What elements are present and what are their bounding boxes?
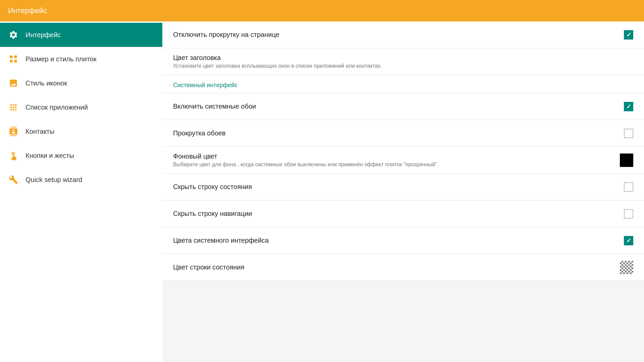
checkbox-disable-scroll-input[interactable] <box>624 30 633 40</box>
checkbox-system-wallpaper-input[interactable] <box>624 102 633 111</box>
sidebar-item-contacts[interactable]: Контакты <box>0 119 162 143</box>
setting-row-header-color[interactable]: Цвет заголовка Установите цвет заголовка… <box>162 48 644 75</box>
gear-icon <box>8 29 19 40</box>
checkbox-system-ui-colors-input[interactable] <box>624 236 633 245</box>
main-layout: Интерфейс Размер и стиль плиток Стиль ик… <box>0 21 644 362</box>
setting-title-hide-statusbar: Скрыть строку состояния <box>173 183 616 191</box>
page-title: Интерфейс <box>8 6 47 15</box>
color-swatch-statusbar-color[interactable] <box>620 261 633 274</box>
setting-title-header-color: Цвет заголовка <box>173 54 633 62</box>
setting-title-system-wallpaper: Включить системные обои <box>173 103 616 110</box>
setting-row-system-wallpaper[interactable]: Включить системные обои <box>162 93 644 120</box>
sidebar-item-label-buttons: Кнопки и жесты <box>25 152 74 160</box>
tile-icon <box>8 54 19 64</box>
sidebar-item-interface[interactable]: Интерфейс <box>0 23 162 47</box>
checkbox-hide-navbar-input[interactable] <box>624 209 633 219</box>
setting-row-disable-scroll[interactable]: Отключить прокрутку на странице <box>162 21 644 48</box>
setting-row-system-ui-colors[interactable]: Цвета системного интерфейса <box>162 227 644 254</box>
checkbox-hide-statusbar[interactable] <box>624 182 633 192</box>
setting-row-statusbar-color[interactable]: Цвет строки состояния <box>162 254 644 281</box>
checkbox-system-wallpaper[interactable] <box>624 102 633 111</box>
color-swatch-checker-input[interactable] <box>620 261 633 274</box>
setting-subtitle-bg-color: Выберите цвет для фона , когда системные… <box>173 162 475 168</box>
checkbox-disable-scroll[interactable] <box>624 30 633 40</box>
color-swatch-black[interactable] <box>620 154 633 167</box>
setting-row-hide-statusbar[interactable]: Скрыть строку состояния <box>162 174 644 200</box>
sidebar-item-label-icon-style: Стиль иконок <box>25 79 67 87</box>
grid-icon <box>8 102 19 113</box>
content-area: Отключить прокрутку на странице Цвет заг… <box>162 21 644 362</box>
setting-subtitle-header-color: Установите цвет заголовка всплывающих ок… <box>173 63 475 69</box>
setting-title-hide-navbar: Скрыть строку навигации <box>173 210 616 218</box>
checkbox-hide-navbar[interactable] <box>624 209 633 219</box>
section-system-ui: Системный интерфейс <box>162 75 644 93</box>
wrench-icon <box>8 174 19 185</box>
sidebar-item-icon-style[interactable]: Стиль иконок <box>0 71 162 95</box>
setting-title-bg-color: Фоновый цвет <box>173 153 612 160</box>
setting-title-disable-scroll: Отключить прокрутку на странице <box>173 31 616 39</box>
sidebar-item-wizard[interactable]: Quick setup wizard <box>0 168 162 192</box>
checkbox-wallpaper-scroll-input[interactable] <box>624 129 633 138</box>
sidebar-item-label-tile-size: Размер и стиль плиток <box>25 55 96 63</box>
sidebar-item-label-contacts: Контакты <box>25 128 54 135</box>
sidebar-item-buttons[interactable]: Кнопки и жесты <box>0 143 162 168</box>
setting-title-system-ui-colors: Цвета системного интерфейса <box>173 237 616 244</box>
sidebar-item-label-wizard: Quick setup wizard <box>25 176 82 184</box>
header-bar: Интерфейс <box>0 0 644 21</box>
gestures-icon <box>8 150 19 161</box>
contacts-icon <box>8 126 19 137</box>
setting-title-wallpaper-scroll: Прокрутка обоев <box>173 129 616 137</box>
setting-row-hide-navbar[interactable]: Скрыть строку навигации <box>162 200 644 227</box>
sidebar: Интерфейс Размер и стиль плиток Стиль ик… <box>0 21 162 362</box>
sidebar-item-app-list[interactable]: Список приложений <box>0 95 162 119</box>
sidebar-item-tile-size[interactable]: Размер и стиль плиток <box>0 47 162 71</box>
color-swatch-bg-color[interactable] <box>620 154 633 167</box>
sidebar-item-label-app-list: Список приложений <box>25 104 88 111</box>
checkbox-wallpaper-scroll[interactable] <box>624 129 633 138</box>
setting-title-statusbar-color: Цвет строки состояния <box>173 263 612 271</box>
setting-row-bg-color[interactable]: Фоновый цвет Выберите цвет для фона , ко… <box>162 147 644 174</box>
setting-row-wallpaper-scroll[interactable]: Прокрутка обоев <box>162 120 644 147</box>
section-system-ui-title: Системный интерфейс <box>173 82 237 88</box>
checkbox-system-ui-colors[interactable] <box>624 236 633 245</box>
sidebar-item-label-interface: Интерфейс <box>25 31 61 39</box>
checkbox-hide-statusbar-input[interactable] <box>624 182 633 192</box>
photo-icon <box>8 78 19 88</box>
